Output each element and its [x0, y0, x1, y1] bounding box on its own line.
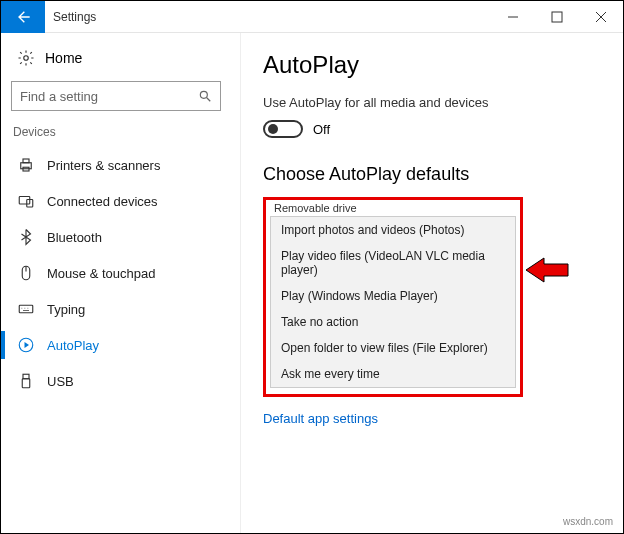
bluetooth-icon [17, 228, 35, 246]
minimize-icon [507, 11, 519, 23]
search-input[interactable]: Find a setting [11, 81, 221, 111]
svg-point-5 [200, 91, 207, 98]
toggle-track [263, 120, 303, 138]
keyboard-icon [17, 300, 35, 318]
dropdown-list: Import photos and videos (Photos) Play v… [270, 216, 516, 388]
settings-window: Settings Home Find a setting Devices Pri… [0, 0, 624, 534]
svg-rect-8 [23, 159, 29, 163]
svg-rect-7 [21, 163, 32, 169]
sidebar-item-label: Bluetooth [47, 230, 102, 245]
annotation-arrow-icon [526, 255, 570, 285]
sidebar-item-usb[interactable]: USB [11, 363, 230, 399]
autoplay-toggle[interactable]: Off [263, 120, 601, 138]
dropdown-option[interactable]: Open folder to view files (File Explorer… [271, 335, 515, 361]
home-button[interactable]: Home [11, 45, 230, 71]
sidebar-item-label: Printers & scanners [47, 158, 160, 173]
window-title: Settings [45, 10, 491, 24]
maximize-button[interactable] [535, 1, 579, 33]
dropdown-option[interactable]: Play (Windows Media Player) [271, 283, 515, 309]
svg-rect-21 [23, 374, 29, 379]
sidebar-item-label: Typing [47, 302, 85, 317]
toggle-thumb [268, 124, 278, 134]
arrow-left-icon [15, 9, 31, 25]
home-label: Home [45, 50, 82, 66]
sidebar-item-typing[interactable]: Typing [11, 291, 230, 327]
svg-marker-20 [25, 342, 30, 348]
sidebar-item-mouse[interactable]: Mouse & touchpad [11, 255, 230, 291]
sidebar-item-label: Mouse & touchpad [47, 266, 155, 281]
dropdown-label: Removable drive [266, 200, 520, 214]
sidebar-item-autoplay[interactable]: AutoPlay [11, 327, 230, 363]
svg-rect-1 [552, 12, 562, 22]
close-icon [595, 11, 607, 23]
section-label: Devices [13, 125, 230, 139]
printer-icon [17, 156, 35, 174]
defaults-heading: Choose AutoPlay defaults [263, 164, 601, 185]
search-placeholder: Find a setting [20, 89, 98, 104]
sidebar-item-label: Connected devices [47, 194, 158, 209]
search-icon [198, 89, 212, 103]
autoplay-icon [17, 336, 35, 354]
close-button[interactable] [579, 1, 623, 33]
back-button[interactable] [1, 1, 45, 33]
sidebar-item-label: AutoPlay [47, 338, 99, 353]
dropdown-option[interactable]: Play video files (VideoLAN VLC media pla… [271, 243, 515, 283]
sidebar-item-bluetooth[interactable]: Bluetooth [11, 219, 230, 255]
svg-rect-14 [19, 305, 33, 313]
gear-icon [17, 49, 35, 67]
default-app-settings-link[interactable]: Default app settings [263, 411, 378, 426]
sidebar-item-connected[interactable]: Connected devices [11, 183, 230, 219]
dropdown-option[interactable]: Import photos and videos (Photos) [271, 217, 515, 243]
watermark: wsxdn.com [563, 516, 613, 527]
maximize-icon [551, 11, 563, 23]
dropdown-option[interactable]: Take no action [271, 309, 515, 335]
sidebar-item-printers[interactable]: Printers & scanners [11, 147, 230, 183]
toggle-state-label: Off [313, 122, 330, 137]
toggle-caption: Use AutoPlay for all media and devices [263, 95, 601, 110]
window-controls [491, 1, 623, 33]
svg-marker-23 [526, 258, 568, 282]
titlebar: Settings [1, 1, 623, 33]
mouse-icon [17, 264, 35, 282]
page-title: AutoPlay [263, 51, 601, 79]
sidebar: Home Find a setting Devices Printers & s… [1, 33, 241, 533]
svg-rect-22 [22, 379, 30, 388]
removable-drive-dropdown[interactable]: Removable drive Import photos and videos… [263, 197, 523, 397]
connected-icon [17, 192, 35, 210]
dropdown-option[interactable]: Ask me every time [271, 361, 515, 387]
minimize-button[interactable] [491, 1, 535, 33]
svg-point-4 [24, 56, 29, 61]
usb-icon [17, 372, 35, 390]
sidebar-item-label: USB [47, 374, 74, 389]
svg-line-6 [207, 98, 211, 102]
svg-rect-10 [19, 197, 30, 205]
